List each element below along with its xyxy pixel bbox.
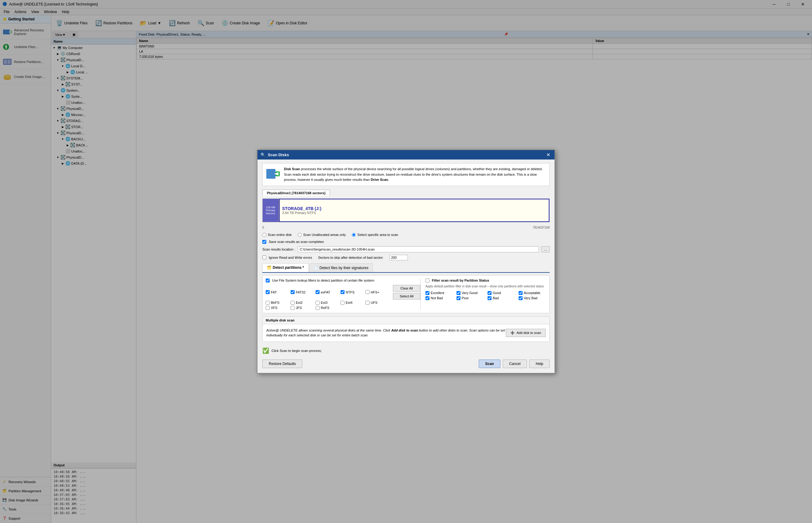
modal-title: Scan Disks xyxy=(268,152,289,157)
tab-detect-partitions[interactable]: 🗂️ Detect partitions * xyxy=(262,263,309,272)
status-bad[interactable]: Bad xyxy=(487,296,515,300)
status-poor-cb[interactable] xyxy=(457,296,460,300)
status-acceptable-cb[interactable] xyxy=(519,291,522,295)
fs-ext3-checkbox[interactable] xyxy=(316,301,319,305)
fs-ntfs-checkbox[interactable] xyxy=(340,290,345,294)
fs-fat-checkbox[interactable] xyxy=(266,290,270,294)
save-results-label: Save scan results as scan completes xyxy=(269,240,324,244)
status-acceptable[interactable]: Acceptable xyxy=(519,291,546,295)
drive-tabs: PhysicalDrive1 [7814037168 sectors] xyxy=(262,190,550,196)
fs-hfsplus[interactable]: HFS+ xyxy=(366,285,387,300)
select-all-button[interactable]: Select All xyxy=(393,293,420,300)
scan-unallocated-radio[interactable] xyxy=(298,233,301,237)
ruler-start: 0 xyxy=(262,226,264,229)
fs-ext2-checkbox[interactable] xyxy=(291,301,295,305)
fs-exfat[interactable]: exFAT xyxy=(316,285,337,300)
status-not-bad-cb[interactable] xyxy=(425,296,429,300)
scan-entire-option[interactable]: Scan entire disk xyxy=(262,233,292,237)
help-button[interactable]: Help xyxy=(529,360,550,368)
fs-jfs-checkbox[interactable] xyxy=(291,306,295,310)
fs-filter-label: Use File System lookup filters to detect… xyxy=(272,278,374,282)
disk-partition-storage[interactable]: STORAGE_4TB (J:) 3.64 TB Primary NTFS xyxy=(279,199,549,222)
ignore-errors-checkbox[interactable] xyxy=(262,255,266,259)
save-results-checkbox[interactable] xyxy=(262,240,266,244)
fs-ufs[interactable]: UFS xyxy=(366,301,387,305)
info-box: Disk Scan processes the whole surface of… xyxy=(262,163,550,186)
sectors-input[interactable] xyxy=(390,255,408,260)
restore-defaults-button[interactable]: Restore Defaults xyxy=(262,360,302,368)
multiple-disk-scan-header: Multiple disk scan xyxy=(263,317,549,324)
cancel-button[interactable]: Cancel xyxy=(503,360,527,368)
info-description: Disk Scan processes the whole surface of… xyxy=(284,166,546,183)
modal-titlebar: 🔍 Scan Disks ✕ xyxy=(257,150,555,160)
fs-ext4-checkbox[interactable] xyxy=(340,301,345,305)
status-very-bad[interactable]: Very Bad xyxy=(519,296,546,300)
fs-ext3-label: Ext3 xyxy=(321,301,328,304)
partition-filter-checkbox[interactable] xyxy=(425,278,429,283)
clear-all-button[interactable]: Clear All xyxy=(393,285,420,292)
fs-ufs-checkbox[interactable] xyxy=(366,301,369,305)
fs-exfat-checkbox[interactable] xyxy=(316,290,319,294)
status-very-good[interactable]: Very Good xyxy=(457,291,484,295)
fs-jfs[interactable]: JFS xyxy=(291,306,312,310)
status-good-cb[interactable] xyxy=(487,291,492,295)
status-row-2: Not Bad Poor Bad xyxy=(425,296,546,300)
fs-refs-checkbox[interactable] xyxy=(316,306,319,310)
fs-fat[interactable]: FAT xyxy=(266,285,287,300)
tab-detect-files[interactable]: 📄 Detect files by their signatures xyxy=(309,263,373,272)
fs-xfs-checkbox[interactable] xyxy=(266,306,270,310)
status-poor[interactable]: Poor xyxy=(457,296,484,300)
fs-filter-checkbox[interactable] xyxy=(266,278,270,283)
disk-ruler: 0 7814037168 xyxy=(262,225,550,230)
status-very-bad-label: Very Bad xyxy=(524,296,537,300)
storage-sublabel: 3.64 TB Primary NTFS xyxy=(282,211,546,215)
fs-fat32-checkbox[interactable] xyxy=(291,290,295,294)
scan-disks-modal: 🔍 Scan Disks ✕ Disk Scan processes the w… xyxy=(257,149,555,374)
multi-scan-desc-text: Active@ UNDELETE allows scanning several… xyxy=(266,328,505,337)
tab-detect-files-label: Detect files by their signatures xyxy=(319,266,369,270)
fs-ext2[interactable]: Ext2 xyxy=(291,301,312,305)
partition-filter-desc: Apply default partition filter in disk s… xyxy=(425,284,546,289)
partition-label-ms: 128 MB Primary Microsc xyxy=(263,206,278,215)
scan-button[interactable]: Scan xyxy=(479,360,500,368)
status-good[interactable]: Good xyxy=(487,291,515,295)
fs-btrfs-label: BtrFS xyxy=(271,301,279,304)
multiple-disk-scan-body: Active@ UNDELETE allows scanning several… xyxy=(263,324,549,342)
fs-fat32-label: FAT32 xyxy=(296,290,306,294)
fs-fat32[interactable]: FAT32 xyxy=(291,285,312,300)
status-not-bad[interactable]: Not Bad xyxy=(425,296,453,300)
fs-hfsplus-checkbox[interactable] xyxy=(366,290,369,294)
fs-ext3[interactable]: Ext3 xyxy=(316,301,337,305)
scan-location-input[interactable] xyxy=(298,246,539,252)
fs-btrfs[interactable]: BtrFS xyxy=(266,301,287,305)
footer-left: Restore Defaults xyxy=(262,360,302,368)
add-disk-to-scan-button[interactable]: ➕ Add disk to scan xyxy=(506,329,546,337)
sectors-label: Sectors to skip after detection of bad s… xyxy=(318,256,384,259)
scan-entire-radio[interactable] xyxy=(262,233,266,237)
fs-btrfs-checkbox[interactable] xyxy=(266,301,270,305)
drive-scan-bold: Drive Scan. xyxy=(371,178,389,181)
scan-entire-label: Scan entire disk xyxy=(268,233,292,236)
fs-ntfs[interactable]: NTFS xyxy=(340,285,362,300)
ignore-errors-row[interactable]: Ignore Read and Write errors xyxy=(262,255,312,259)
fs-hfsplus-label: HFS+ xyxy=(371,290,379,294)
scan-specific-radio[interactable] xyxy=(352,233,356,237)
fs-refs[interactable]: ReFS xyxy=(316,306,337,310)
modal-body: Disk Scan processes the whole surface of… xyxy=(257,160,555,373)
tab-detect-partitions-label: Detect partitions * xyxy=(273,266,304,270)
status-excellent-cb[interactable] xyxy=(425,291,429,295)
status-bad-cb[interactable] xyxy=(487,296,492,300)
status-very-good-cb[interactable] xyxy=(457,291,460,295)
fs-ext4[interactable]: Ext4 xyxy=(340,301,362,305)
status-row-1: Excellent Very Good Good xyxy=(425,291,546,295)
disk-partition-primary-ms: 128 MB Primary Microsc xyxy=(263,199,279,222)
browse-button[interactable]: ... xyxy=(541,246,550,252)
fs-xfs[interactable]: XFS xyxy=(266,306,287,310)
status-excellent[interactable]: Excellent xyxy=(425,291,453,295)
scan-unallocated-option[interactable]: Scan Unallocated areas only xyxy=(298,233,346,237)
status-very-bad-cb[interactable] xyxy=(519,296,522,300)
drive-tab-physicaldrive1[interactable]: PhysicalDrive1 [7814037168 sectors] xyxy=(262,190,330,196)
modal-footer: Restore Defaults Scan Cancel Help xyxy=(262,357,550,369)
modal-close-button[interactable]: ✕ xyxy=(545,152,552,158)
scan-specific-option[interactable]: Select specific area to scan xyxy=(352,233,398,237)
